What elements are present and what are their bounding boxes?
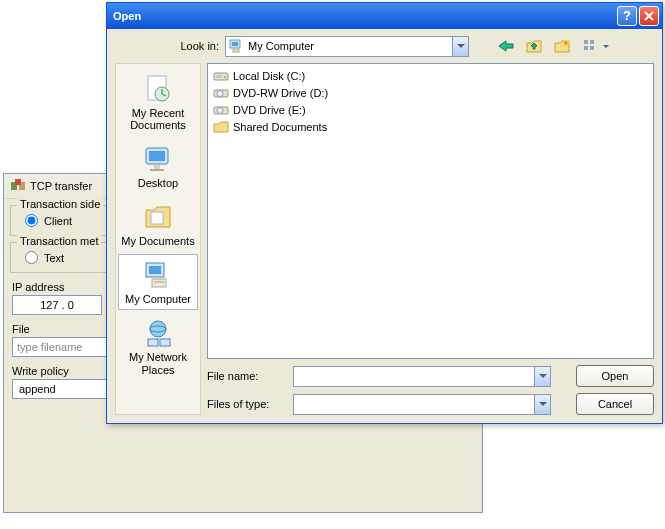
svg-point-36 (219, 109, 221, 111)
svg-point-24 (150, 321, 166, 337)
up-one-level-button[interactable] (523, 35, 545, 57)
file-label: Local Disk (C:) (233, 70, 305, 82)
cancel-button-label: Cancel (598, 398, 632, 410)
svg-rect-7 (233, 49, 239, 52)
open-button-label: Open (602, 370, 629, 382)
app-icon (10, 178, 26, 194)
open-dialog: Open ? Look in: My Computer (106, 2, 663, 424)
client-radio-label: Client (44, 215, 72, 227)
file-placeholder: type filename (17, 341, 82, 353)
help-button[interactable]: ? (617, 6, 637, 26)
files-of-type-select[interactable] (293, 394, 551, 415)
open-button[interactable]: Open (576, 365, 654, 387)
places-label: My Recent Documents (121, 107, 195, 131)
transaction-method-legend: Transaction met (17, 235, 101, 247)
svg-point-33 (219, 92, 221, 94)
desktop-icon (121, 143, 195, 175)
optical-drive-icon (213, 86, 229, 100)
chevron-down-icon (534, 395, 550, 414)
open-dialog-titlebar[interactable]: Open ? (107, 3, 662, 29)
chevron-down-icon (601, 35, 612, 57)
computer-icon (228, 38, 244, 54)
svg-rect-23 (154, 281, 164, 283)
file-item[interactable]: Local Disk (C:) (211, 67, 650, 84)
back-button[interactable] (495, 35, 517, 57)
file-label: Shared Documents (233, 121, 327, 133)
svg-rect-16 (149, 151, 165, 161)
svg-rect-19 (151, 212, 163, 224)
optical-drive-icon (213, 103, 229, 117)
places-label: Desktop (121, 177, 195, 189)
files-of-type-label: Files of type: (207, 398, 285, 410)
file-item[interactable]: DVD-RW Drive (D:) (211, 84, 650, 101)
svg-rect-27 (160, 339, 170, 346)
svg-rect-10 (590, 40, 594, 44)
my-documents-icon (121, 201, 195, 233)
open-dialog-title: Open (113, 10, 615, 22)
view-menu-button[interactable] (579, 35, 612, 57)
chevron-down-icon (534, 367, 550, 386)
cancel-button[interactable]: Cancel (576, 393, 654, 415)
places-my-network-places[interactable]: My Network Places (118, 312, 198, 380)
computer-icon (121, 259, 195, 291)
new-folder-button[interactable] (551, 35, 573, 57)
file-list[interactable]: Local Disk (C:) DVD-RW Drive (D:) DVD Dr… (207, 63, 654, 359)
write-policy-value: append (19, 383, 56, 395)
hdd-icon (213, 69, 229, 83)
look-in-select[interactable]: My Computer (225, 36, 469, 57)
places-label: My Documents (121, 235, 195, 247)
svg-rect-26 (148, 339, 158, 346)
tcp-transfer-title: TCP transfer (30, 180, 92, 192)
svg-rect-18 (150, 169, 164, 171)
look-in-label: Look in: (175, 40, 219, 52)
file-name-label: File name: (207, 370, 285, 382)
client-radio[interactable] (25, 214, 38, 227)
svg-rect-9 (584, 40, 588, 44)
places-label: My Computer (121, 293, 195, 305)
places-my-recent-documents[interactable]: My Recent Documents (118, 68, 198, 136)
file-label: DVD-RW Drive (D:) (233, 87, 328, 99)
svg-rect-21 (149, 266, 161, 274)
svg-rect-12 (590, 46, 594, 50)
svg-rect-17 (154, 165, 160, 169)
places-desktop[interactable]: Desktop (118, 138, 198, 194)
transaction-side-legend: Transaction side (17, 198, 103, 210)
file-label: DVD Drive (E:) (233, 104, 306, 116)
svg-rect-29 (216, 75, 222, 78)
text-radio[interactable] (25, 251, 38, 264)
text-radio-label: Text (44, 252, 64, 264)
svg-rect-11 (584, 46, 588, 50)
svg-point-30 (224, 76, 226, 78)
recent-docs-icon (121, 73, 195, 105)
places-label: My Network Places (121, 351, 195, 375)
svg-rect-2 (15, 179, 21, 185)
chevron-down-icon (452, 37, 468, 56)
network-icon (121, 317, 195, 349)
ip-address-input[interactable]: 127 . 0 (12, 295, 102, 315)
folder-icon (213, 120, 229, 134)
ip-address-value: 127 . 0 (40, 299, 74, 311)
places-bar: My Recent Documents Desktop My Documents (115, 63, 201, 415)
view-icon (579, 35, 601, 57)
close-button[interactable] (639, 6, 659, 26)
file-item[interactable]: Shared Documents (211, 118, 650, 135)
look-in-value: My Computer (248, 40, 452, 52)
places-my-computer[interactable]: My Computer (118, 254, 198, 310)
places-my-documents[interactable]: My Documents (118, 196, 198, 252)
svg-rect-6 (232, 42, 238, 46)
file-name-input[interactable] (293, 366, 551, 387)
file-item[interactable]: DVD Drive (E:) (211, 101, 650, 118)
